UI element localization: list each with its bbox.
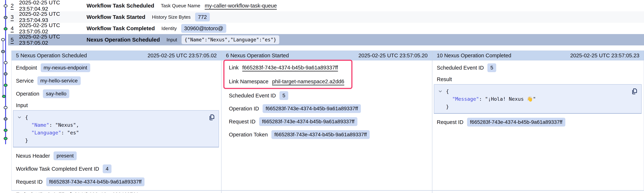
field-operation-id: Operation ID f665283f-743e-4374-b45b-9a6… bbox=[229, 104, 428, 113]
event-id-link[interactable]: 4 bbox=[11, 25, 19, 31]
copy-icon[interactable] bbox=[630, 88, 638, 95]
event-timestamp: 2025-02-25 UTC 23:57:04.93 bbox=[19, 11, 86, 23]
operation-badge: say-hello bbox=[43, 89, 69, 98]
input-json-viewer: { "Name": "Nexus", "Language": "es" } bbox=[13, 110, 219, 147]
field-endpoint: Endpoint my-nexus-endpoint bbox=[16, 63, 217, 72]
event-row-2[interactable]: 2 2025-02-25 UTC 23:57:04.92 Workflow Ta… bbox=[8, 0, 644, 11]
event-name: Workflow Task Scheduled bbox=[86, 2, 154, 9]
field-link-namespace: Link Namespace phil-target-namespace2.a2… bbox=[229, 77, 428, 86]
field-workflow-task-completed-event-id: Workflow Task Completed Event ID 4 bbox=[16, 165, 217, 173]
timeline-dot-scheduled[interactable] bbox=[1, 38, 5, 41]
timeline-dot-started[interactable] bbox=[4, 72, 8, 75]
detail-card-header: 6 Nexus Operation Started 2025-02-25 UTC… bbox=[222, 51, 432, 60]
event-id-link[interactable]: 3 bbox=[11, 14, 19, 20]
collapse-chevron-icon[interactable] bbox=[438, 89, 443, 94]
task-queue-link[interactable]: my-caller-workflow-task-queue bbox=[205, 3, 277, 8]
result-json-viewer: { "Message": "¡Hola! Nexus 👋" } bbox=[434, 84, 642, 114]
link-fields-group: Link f665283f-743e-4374-b45b-9a61a89337f… bbox=[229, 63, 428, 86]
detail-card-header: 5 Nexus Operation Scheduled 2025-02-25 U… bbox=[12, 51, 221, 60]
scheduled-event-id-badge: 5 bbox=[280, 91, 288, 100]
event-id-link[interactable]: 2 bbox=[11, 2, 19, 9]
timeline-dot-scheduled[interactable] bbox=[4, 61, 8, 64]
event-detail-label: Task Queue Name bbox=[161, 3, 200, 8]
endpoint-id-link[interactable]: 3c0c75ccfa8144b092c13ce632463761 bbox=[48, 192, 139, 193]
operation-token-badge: f665283f-743e-4374-b45b-9a61a89337ff bbox=[272, 130, 370, 139]
workflow-event-history-screen: 2 2025-02-25 UTC 23:57:04.92 Workflow Ta… bbox=[0, 0, 644, 193]
field-nexus-header: Nexus Header present bbox=[16, 152, 217, 160]
timeline-dot-completed[interactable] bbox=[4, 137, 8, 140]
detail-card-header: 10 Nexus Operation Completed 2025-02-25 … bbox=[432, 51, 644, 60]
link-namespace-link[interactable]: phil-target-namespace2.a2dd6 bbox=[272, 79, 344, 85]
event-row-3[interactable]: 3 2025-02-25 UTC 23:57:04.93 Workflow Ta… bbox=[8, 11, 644, 23]
timeline-main-line bbox=[5, 0, 6, 144]
detail-card-timestamp: 2025-02-25 UTC 23:57:05.02 bbox=[148, 52, 217, 59]
timeline-dot-completed[interactable] bbox=[4, 27, 8, 30]
detail-card-timestamp: 2025-02-25 UTC 23:57:05.23 bbox=[570, 52, 640, 59]
identity-badge: 30960@totoro@ bbox=[181, 24, 226, 33]
detail-card-nexus-operation-scheduled: 5 Nexus Operation Scheduled 2025-02-25 U… bbox=[12, 51, 221, 193]
field-request-id: Request ID f665283f-743e-4374-b45b-9a61a… bbox=[229, 117, 428, 126]
result-section-label: Result bbox=[437, 76, 640, 82]
event-detail-label: History Size Bytes bbox=[152, 14, 191, 20]
detail-card-nexus-operation-started: 6 Nexus Operation Started 2025-02-25 UTC… bbox=[221, 51, 432, 193]
event-list: 2 2025-02-25 UTC 23:57:04.92 Workflow Ta… bbox=[8, 0, 644, 45]
timeline-dot-started[interactable] bbox=[1, 50, 5, 53]
history-size-badge: 772 bbox=[195, 13, 210, 21]
input-section-label: Input bbox=[16, 102, 217, 108]
service-badge: my-hello-service bbox=[38, 76, 81, 85]
detail-card-title: 5 Nexus Operation Scheduled bbox=[16, 52, 87, 59]
event-name: Nexus Operation Scheduled bbox=[86, 37, 160, 43]
copy-icon[interactable] bbox=[208, 114, 215, 121]
field-endpoint-id: Endpoint ID 3c0c75ccfa8144b092c13ce63246… bbox=[16, 191, 217, 193]
timeline-dot-scheduled[interactable] bbox=[4, 4, 8, 7]
detail-card-nexus-operation-completed: 10 Nexus Operation Completed 2025-02-25 … bbox=[432, 51, 644, 193]
operation-id-badge: f665283f-743e-4374-b45b-9a61a89337ff bbox=[262, 104, 361, 113]
field-request-id: Request ID f665283f-743e-4374-b45b-9a61a… bbox=[437, 118, 640, 127]
field-request-id: Request ID f665283f-743e-4374-b45b-9a61a… bbox=[16, 178, 217, 186]
field-link: Link f665283f-743e-4374-b45b-9a61a89337f… bbox=[229, 63, 428, 72]
timeline-dot-completed[interactable] bbox=[4, 129, 8, 132]
collapse-chevron-icon[interactable] bbox=[17, 115, 22, 120]
timeline-dot-started[interactable] bbox=[4, 117, 8, 121]
field-scheduled-event-id: Scheduled Event ID 5 bbox=[229, 91, 428, 100]
request-id-badge: f665283f-743e-4374-b45b-9a61a89337ff bbox=[259, 117, 358, 126]
endpoint-badge: my-nexus-endpoint bbox=[41, 63, 90, 72]
request-id-badge: f665283f-743e-4374-b45b-9a61a89337ff bbox=[467, 118, 565, 127]
event-row-4[interactable]: 4 2025-02-25 UTC 23:57:05.02 Workflow Ta… bbox=[8, 23, 644, 34]
event-id-link[interactable]: 5 bbox=[11, 37, 19, 43]
detail-card-title: 10 Nexus Operation Completed bbox=[437, 52, 511, 59]
event-timestamp: 2025-02-25 UTC 23:57:04.92 bbox=[19, 0, 86, 12]
timeline-dot-completed[interactable] bbox=[4, 84, 8, 87]
timeline-dot-started[interactable] bbox=[4, 16, 8, 19]
event-timestamp: 2025-02-25 UTC 23:57:05.02 bbox=[19, 22, 86, 35]
event-id-badge: 4 bbox=[103, 165, 112, 173]
request-id-badge: f665283f-743e-4374-b45b-9a61a89337ff bbox=[46, 178, 144, 186]
event-name: Workflow Task Started bbox=[86, 14, 146, 20]
timeline-dot-completed[interactable] bbox=[2, 95, 6, 98]
event-timestamp: 2025-02-25 UTC 23:57:05.02 bbox=[19, 33, 86, 46]
field-operation: Operation say-hello bbox=[16, 89, 217, 98]
input-json-badge: {"Name":"Nexus","Language":"es"} bbox=[182, 35, 279, 44]
timeline-branch-line bbox=[3, 40, 3, 97]
scheduled-event-id-badge: 5 bbox=[488, 63, 496, 72]
detail-card-title: 6 Nexus Operation Started bbox=[226, 52, 289, 59]
event-detail-label: Input bbox=[166, 37, 177, 43]
detail-card-timestamp: 2025-02-25 UTC 23:57:05.20 bbox=[358, 52, 428, 59]
timeline-dot-scheduled[interactable] bbox=[4, 106, 8, 109]
nexus-operation-detail-panel: 5 Nexus Operation Scheduled 2025-02-25 U… bbox=[11, 50, 644, 191]
field-operation-token: Operation Token f665283f-743e-4374-b45b-… bbox=[229, 130, 428, 139]
event-detail-label: Identity bbox=[161, 26, 177, 31]
event-row-5-selected[interactable]: 5 2025-02-25 UTC 23:57:05.02 Nexus Opera… bbox=[8, 34, 644, 45]
field-scheduled-event-id: Scheduled Event ID 5 bbox=[437, 63, 640, 72]
nexus-header-badge: present bbox=[54, 152, 76, 160]
link-workflow-link[interactable]: f665283f-743e-4374-b45b-9a61a89337ff bbox=[242, 65, 338, 71]
field-service: Service my-hello-service bbox=[16, 76, 217, 85]
event-name: Workflow Task Completed bbox=[86, 25, 155, 31]
